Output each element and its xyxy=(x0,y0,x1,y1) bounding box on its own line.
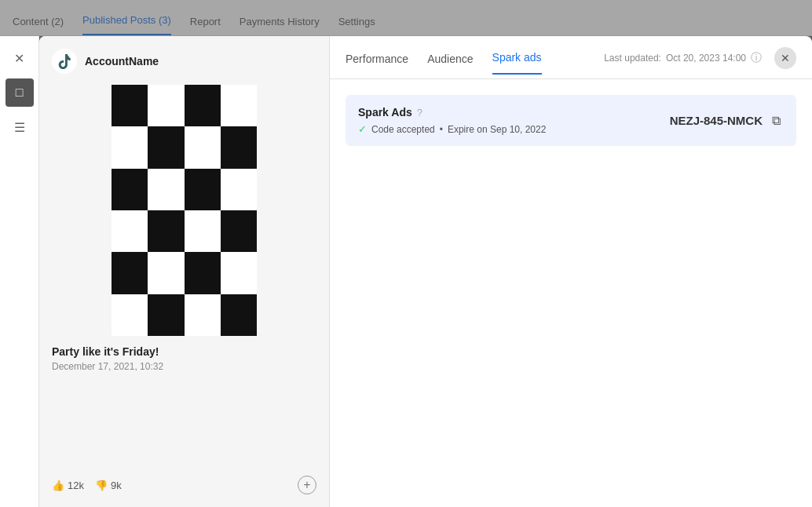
copy-button[interactable]: ⧉ xyxy=(769,112,784,129)
likes-stat: 👍 12k xyxy=(52,480,84,491)
spark-ads-status: ✓ Code accepted • Expire on Sep 10, 2022 xyxy=(358,123,546,135)
side-icon-list[interactable]: ☰ xyxy=(5,113,34,141)
modal: AccountName xyxy=(39,36,812,507)
dislike-icon: 👎 xyxy=(95,480,108,491)
tab-performance[interactable]: Performance xyxy=(346,53,408,75)
spark-ads-right: NEZJ-845-NMCK ⧉ xyxy=(670,112,784,129)
svg-point-0 xyxy=(52,49,77,74)
post-date: December 17, 2021, 10:32 xyxy=(52,361,316,372)
right-content: Spark Ads ? ✓ Code accepted • Expire on … xyxy=(330,79,812,507)
like-icon: 👍 xyxy=(52,480,64,491)
account-name: AccountName xyxy=(85,55,159,67)
likes-count: 12k xyxy=(68,480,84,491)
tab-audience[interactable]: Audience xyxy=(427,53,473,75)
account-header: AccountName xyxy=(52,49,316,74)
spark-ads-expire-text: Expire on Sep 10, 2022 xyxy=(448,124,546,135)
spark-ads-status-text: Code accepted xyxy=(371,124,435,135)
right-panel: Performance Audience Spark ads Last upda… xyxy=(330,36,812,507)
spark-ads-card: Spark Ads ? ✓ Code accepted • Expire on … xyxy=(346,95,796,146)
spark-ads-separator: • xyxy=(440,124,443,135)
spark-ads-title-row: Spark Ads ? xyxy=(358,106,546,119)
side-icon-dark[interactable]: □ xyxy=(5,78,34,107)
post-title: Party like it's Friday! xyxy=(52,345,316,358)
side-icon-close[interactable]: ✕ xyxy=(5,44,34,72)
info-icon[interactable]: ⓘ xyxy=(751,51,762,65)
tiktok-logo-icon xyxy=(52,49,77,74)
dislikes-count: 9k xyxy=(111,480,122,491)
right-header: Performance Audience Spark ads Last upda… xyxy=(330,36,812,79)
add-button[interactable]: + xyxy=(298,476,316,494)
tab-spark-ads[interactable]: Spark ads xyxy=(492,51,542,75)
close-button[interactable]: ✕ xyxy=(774,47,796,69)
spark-code: NEZJ-845-NMCK xyxy=(670,114,763,127)
spark-ads-help-icon[interactable]: ? xyxy=(417,107,422,119)
spark-ads-title: Spark Ads xyxy=(358,106,412,119)
last-updated-label: Last updated: xyxy=(604,53,661,64)
side-panels: ✕ □ ☰ xyxy=(0,36,39,507)
tabs: Performance Audience Spark ads xyxy=(346,51,542,75)
last-updated-value: Oct 20, 2023 14:00 xyxy=(666,53,746,64)
dislikes-stat: 👎 9k xyxy=(95,480,122,491)
check-icon: ✓ xyxy=(358,123,367,135)
post-image xyxy=(112,85,257,336)
spark-ads-left: Spark Ads ? ✓ Code accepted • Expire on … xyxy=(358,106,546,135)
post-stats: 👍 12k 👎 9k + xyxy=(52,466,316,494)
left-panel: AccountName xyxy=(39,36,330,507)
header-right: Last updated: Oct 20, 2023 14:00 ⓘ ✕ xyxy=(604,47,796,78)
